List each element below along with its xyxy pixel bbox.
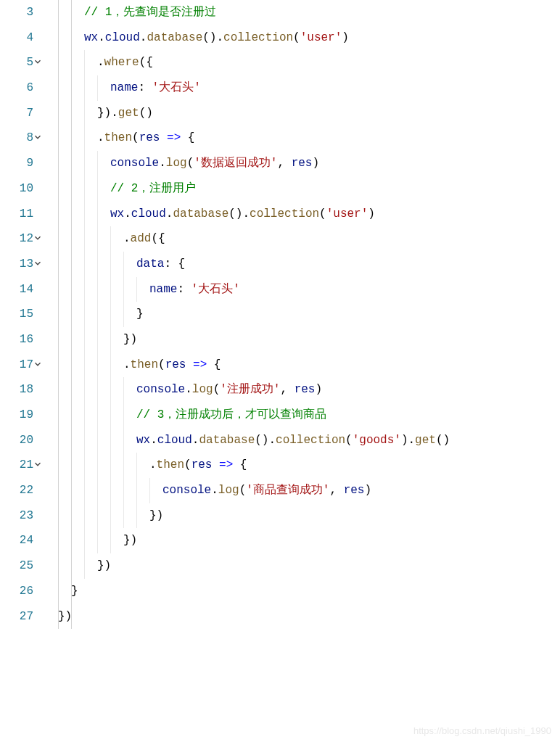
indent-guide [58,353,59,378]
code-line[interactable]: name: '大石头' [58,277,560,302]
indent-guide [97,453,98,478]
indent-guide [84,327,85,353]
indent-guide [84,553,85,579]
code-content: // 1，先查询是否注册过 [84,6,216,19]
line-number: 10 [0,176,33,202]
line-number: 8 [0,125,33,151]
indent-guide [97,403,98,428]
indent-guide [58,302,59,327]
code-content: }) [123,534,137,547]
line-number: 7 [0,101,33,126]
indent-guide [110,528,111,553]
code-content: } [71,585,78,598]
code-line[interactable]: console.log('数据返回成功', res) [58,151,560,176]
line-number: 25 [0,553,33,579]
code-content: console.log('商品查询成功', res) [162,484,371,497]
line-number: 23 [0,503,33,529]
code-line[interactable]: }).get() [58,101,560,126]
indent-guide [58,125,59,151]
code-content: name: '大石头' [110,81,201,94]
indent-guide [71,327,72,353]
indent-guide [123,478,124,503]
indent-guide [123,302,124,327]
line-number: 12 [0,226,33,252]
code-line[interactable]: wx.cloud.database().collection('user') [58,25,560,51]
indent-guide [84,353,85,378]
line-number: 21 [0,453,33,478]
indent-guide [123,453,124,478]
line-number: 18 [0,377,33,403]
indent-guide [110,377,111,403]
line-number: 20 [0,428,33,453]
code-content: data: { [136,257,185,271]
code-line[interactable]: } [58,579,560,604]
indent-guide [84,503,85,529]
indent-guide [58,101,59,126]
indent-guide [58,327,59,353]
indent-guide [97,151,98,176]
indent-guide [71,553,72,579]
code-line[interactable]: .add({ [58,226,560,252]
indent-guide [110,226,111,252]
watermark-text: https://blog.csdn.net/qiushi_1990 [413,725,551,736]
code-line[interactable]: // 2，注册用户 [58,176,560,202]
code-line[interactable]: .then(res => { [58,453,560,478]
indent-guide [136,277,137,302]
line-number: 15 [0,302,33,327]
code-line[interactable]: }) [58,553,560,579]
code-line[interactable]: // 3，注册成功后，才可以查询商品 [58,403,560,428]
indent-guide [71,101,72,126]
indent-guide [58,75,59,101]
code-editor[interactable]: 3456789101112131415161718192021222324252… [0,0,560,742]
indent-guide [84,151,85,176]
indent-guide [97,252,98,277]
line-number: 17 [0,353,33,378]
indent-guide [123,377,124,403]
indent-guide [97,75,98,101]
code-content: .where({ [97,56,153,69]
code-line[interactable]: }) [58,327,560,353]
indent-guide [110,353,111,378]
code-line[interactable]: }) [58,604,560,630]
code-line[interactable]: .then(res => { [58,353,560,378]
code-line[interactable]: console.log('注册成功', res) [58,377,560,403]
indent-guide [84,50,85,75]
code-line[interactable]: wx.cloud.database().collection('goods').… [58,428,560,453]
indent-guide [58,50,59,75]
indent-guide [110,327,111,353]
code-content: }) [58,610,72,623]
code-content: wx.cloud.database().collection('user') [110,207,375,220]
indent-guide [58,0,59,25]
indent-guide [58,151,59,176]
code-line[interactable]: // 1，先查询是否注册过 [58,0,560,25]
indent-guide [110,428,111,453]
code-line[interactable]: name: '大石头' [58,75,560,101]
code-line[interactable]: }) [58,528,560,553]
code-line[interactable]: data: { [58,252,560,277]
line-number: 19 [0,403,33,428]
line-number: 26 [0,579,33,604]
indent-guide [84,75,85,101]
indent-guide [58,604,59,630]
indent-guide [110,277,111,302]
indent-guide [84,125,85,151]
indent-guide [58,202,59,227]
code-line[interactable]: console.log('商品查询成功', res) [58,478,560,503]
code-content: }) [97,559,111,572]
code-line[interactable]: .then(res => { [58,125,560,151]
line-number: 16 [0,327,33,353]
indent-guide [71,151,72,176]
code-line[interactable]: } [58,302,560,327]
code-line[interactable]: wx.cloud.database().collection('user') [58,202,560,227]
indent-guide [97,302,98,327]
indent-guide [58,478,59,503]
code-area[interactable]: // 1，先查询是否注册过wx.cloud.database().collect… [41,0,560,742]
indent-guide [71,75,72,101]
indent-guide [149,478,150,503]
code-content: } [136,308,144,321]
indent-guide [71,176,72,202]
code-line[interactable]: .where({ [58,50,560,75]
code-line[interactable]: }) [58,503,560,529]
code-content: }) [123,333,137,346]
indent-guide [84,226,85,252]
